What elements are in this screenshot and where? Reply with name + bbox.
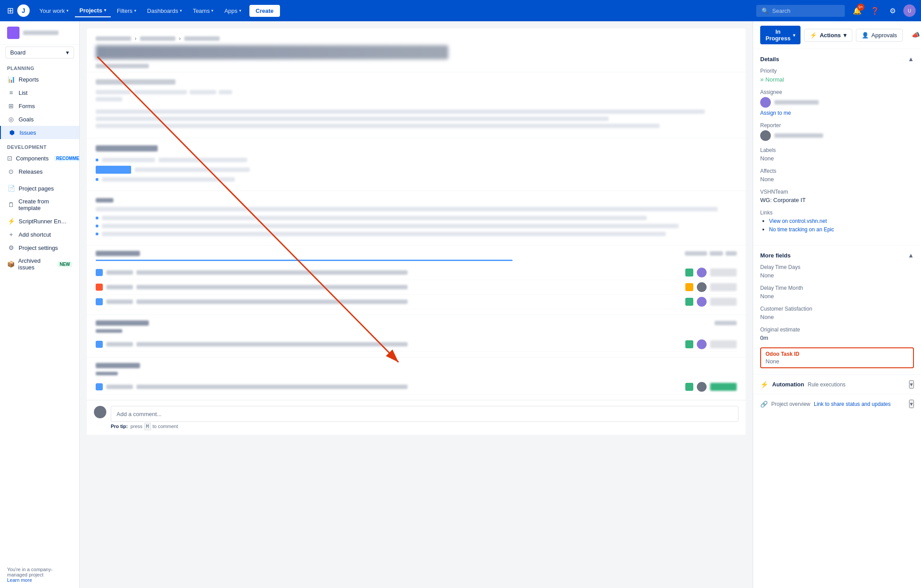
chevron-down-icon: ▾ bbox=[843, 32, 847, 39]
automation-expand-button[interactable]: ▾ bbox=[909, 380, 914, 389]
user-avatar[interactable]: U bbox=[903, 4, 916, 17]
table-row bbox=[96, 295, 737, 309]
help-button[interactable]: ❓ bbox=[868, 4, 882, 18]
odoo-task-id-field[interactable]: Odoo Task ID None bbox=[760, 347, 914, 368]
customer-satisfaction-field: Customer Satisfaction None bbox=[760, 306, 914, 320]
sidebar-item-project-pages[interactable]: 📄 Project pages bbox=[0, 182, 79, 195]
board-selector[interactable]: Board ▾ bbox=[5, 47, 74, 58]
reporter-name bbox=[774, 133, 823, 138]
planning-section-title: PLANNING bbox=[0, 60, 79, 73]
top-navigation: ⊞ J Your work ▾ Projects ▾ Filters ▾ Das… bbox=[0, 0, 921, 21]
project-overview-section: 🔗 Project overview Link to share status … bbox=[753, 394, 921, 413]
sidebar-item-create-template[interactable]: 🗒 Create from template bbox=[0, 195, 79, 214]
nav-filters[interactable]: Filters ▾ bbox=[113, 5, 141, 17]
assign-me-link[interactable]: Assign to me bbox=[760, 110, 791, 116]
grid-icon[interactable]: ⊞ bbox=[5, 4, 16, 17]
sidebar-item-add-shortcut[interactable]: + Add shortcut bbox=[0, 228, 79, 241]
sidebar-item-components[interactable]: ⊡ Components RECOMMENDED bbox=[0, 152, 79, 165]
create-button[interactable]: Create bbox=[249, 5, 280, 17]
details-collapse-button[interactable]: ▲ bbox=[908, 55, 914, 62]
releases-icon: ⊙ bbox=[7, 168, 15, 175]
comment-area: Add a comment... Pro tip: press M to com… bbox=[87, 400, 746, 435]
right-panel: In Progress ▾ ⚡ Actions ▾ 👤 Approvals 📣 … bbox=[753, 21, 921, 588]
chevron-down-icon: ▾ bbox=[239, 8, 241, 13]
comment-user-avatar bbox=[94, 406, 106, 418]
chevron-down-icon: ▾ bbox=[793, 33, 795, 38]
sidebar-item-reports[interactable]: 📊 Reports bbox=[0, 73, 79, 86]
project-avatar bbox=[7, 27, 19, 39]
status-button[interactable]: In Progress ▾ bbox=[760, 26, 801, 44]
main-layout: Board ▾ PLANNING 📊 Reports ≡ List ⊞ Form… bbox=[0, 0, 921, 588]
notifications-button[interactable]: 🔔 9+ bbox=[850, 4, 864, 18]
issue-content-area: › › bbox=[87, 28, 746, 435]
list-item bbox=[96, 156, 737, 164]
settings-button[interactable]: ⚙ bbox=[886, 4, 900, 18]
chevron-down-icon: ▾ bbox=[66, 8, 69, 13]
issue-header: › › bbox=[87, 28, 746, 72]
table-row bbox=[96, 337, 737, 352]
sidebar-item-goals[interactable]: ◎ Goals bbox=[0, 113, 79, 126]
delay-time-days-field: Delay Time Days None bbox=[760, 264, 914, 279]
table-row bbox=[96, 280, 737, 295]
goals-icon: ◎ bbox=[7, 116, 15, 123]
forms-icon: ⊞ bbox=[7, 102, 15, 109]
list-item bbox=[96, 175, 737, 183]
notification-badge: 9+ bbox=[857, 4, 864, 11]
comment-input[interactable]: Add a comment... bbox=[111, 406, 738, 422]
sidebar-project[interactable] bbox=[0, 21, 79, 45]
sidebar-item-releases[interactable]: ⊙ Releases bbox=[0, 165, 79, 178]
sprint-progress-bar bbox=[96, 260, 513, 261]
sidebar-item-forms[interactable]: ⊞ Forms bbox=[0, 99, 79, 113]
app-logo[interactable]: J bbox=[17, 4, 30, 17]
project-overview-expand-button[interactable]: ▾ bbox=[909, 400, 914, 408]
automation-section: ⚡ Automation Rule executions ▾ bbox=[753, 375, 921, 394]
archive-icon: 📦 bbox=[7, 261, 15, 268]
details-section: Details ▲ Priority » Normal Assignee Ass… bbox=[753, 49, 921, 245]
priority-field: Priority » Normal bbox=[760, 68, 914, 83]
recommended-badge: RECOMMENDED bbox=[54, 156, 80, 161]
settings-icon: ⚙ bbox=[7, 244, 15, 251]
nav-apps[interactable]: Apps ▾ bbox=[220, 5, 246, 17]
search-input[interactable] bbox=[772, 8, 839, 14]
approvals-icon: 👤 bbox=[862, 32, 869, 39]
table-row bbox=[96, 380, 737, 394]
bolt-icon: ⚡ bbox=[810, 32, 817, 39]
rp-toolbar: In Progress ▾ ⚡ Actions ▾ 👤 Approvals 📣 … bbox=[753, 21, 921, 49]
search-box[interactable]: 🔍 bbox=[756, 5, 845, 17]
links-field: Links View on control.vshn.net No time t… bbox=[760, 210, 914, 233]
delay-time-month-field: Delay Time Month None bbox=[760, 285, 914, 300]
reporter-field: Reporter bbox=[760, 122, 914, 141]
sprint-1-section bbox=[87, 245, 746, 315]
sidebar-item-project-settings[interactable]: ⚙ Project settings bbox=[0, 241, 79, 254]
chevron-down-icon: ▾ bbox=[104, 8, 106, 12]
sidebar-item-list[interactable]: ≡ List bbox=[0, 86, 79, 99]
issue-title bbox=[96, 45, 448, 59]
approvals-button[interactable]: 👤 Approvals bbox=[856, 29, 903, 42]
list-item bbox=[96, 164, 737, 175]
actions-button[interactable]: ⚡ Actions ▾ bbox=[804, 29, 852, 42]
announce-button[interactable]: 📣 bbox=[910, 29, 921, 41]
nav-your-work[interactable]: Your work ▾ bbox=[35, 5, 73, 17]
sidebar-item-issues[interactable]: ⬢ Issues bbox=[0, 126, 79, 139]
template-icon: 🗒 bbox=[7, 201, 15, 208]
sidebar-item-scriptrunner[interactable]: ⚡ ScriptRunner Enhanced Se... bbox=[0, 214, 79, 228]
nav-teams[interactable]: Teams ▾ bbox=[188, 5, 218, 17]
nav-projects[interactable]: Projects ▾ bbox=[75, 4, 110, 17]
sidebar-footer: You're in a company-managed project Lear… bbox=[0, 561, 79, 588]
more-fields-collapse-button[interactable]: ▲ bbox=[908, 252, 914, 259]
add-shortcut-icon: + bbox=[7, 231, 15, 238]
original-estimate-field: Original estimate 0m bbox=[760, 327, 914, 341]
assignee-name bbox=[774, 100, 819, 105]
project-pages-icon: 📄 bbox=[7, 185, 15, 192]
list-icon: ≡ bbox=[7, 89, 15, 96]
link-item[interactable]: No time tracking on an Epic bbox=[769, 226, 834, 233]
more-fields-title: More fields bbox=[760, 252, 791, 259]
automation-icon: ⚡ bbox=[760, 381, 769, 389]
issues-icon: ⬢ bbox=[8, 129, 16, 136]
sidebar-item-archived[interactable]: 📦 Archived issues NEW bbox=[0, 254, 79, 274]
issue-status bbox=[96, 64, 149, 68]
more-fields-section: More fields ▲ Delay Time Days None Delay… bbox=[753, 245, 921, 375]
nav-dashboards[interactable]: Dashboards ▾ bbox=[143, 5, 187, 17]
link-item[interactable]: View on control.vshn.net bbox=[769, 218, 827, 224]
learn-more-link[interactable]: Learn more bbox=[7, 577, 32, 583]
